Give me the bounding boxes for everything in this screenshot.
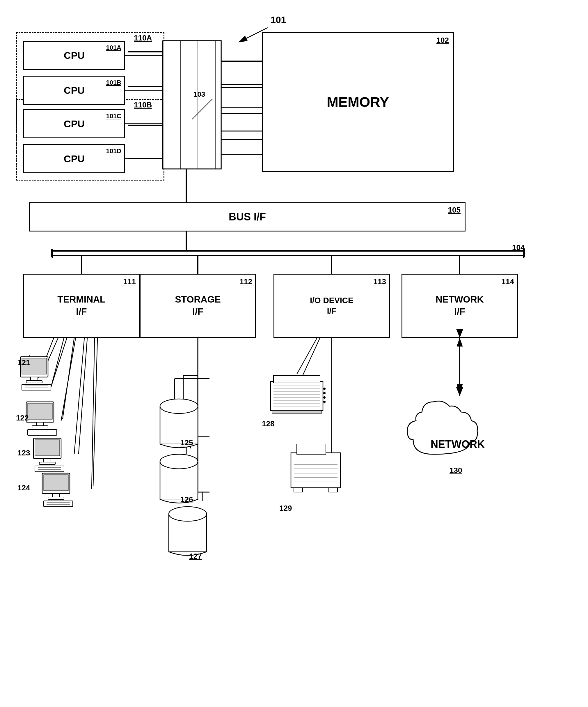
- svg-rect-89: [31, 377, 38, 380]
- svg-point-132: [323, 388, 326, 390]
- svg-point-135: [323, 401, 326, 403]
- network-130-label: 130: [449, 466, 462, 475]
- network-cloud-text: NETWORK: [431, 438, 485, 450]
- svg-rect-104: [39, 462, 55, 465]
- svg-rect-95: [28, 403, 52, 419]
- svg-rect-136: [291, 453, 340, 488]
- svg-line-70: [79, 338, 87, 454]
- svg-line-82: [297, 338, 317, 374]
- svg-line-69: [61, 338, 76, 421]
- svg-rect-123: [272, 411, 322, 413]
- svg-line-68: [51, 338, 67, 387]
- device-drawings: [0, 0, 588, 707]
- terminal-121-label: 121: [17, 358, 30, 367]
- terminal-123-label: 123: [17, 448, 30, 458]
- svg-rect-98: [28, 430, 57, 435]
- svg-rect-91: [22, 384, 51, 390]
- storage-125-label: 125: [180, 438, 193, 447]
- svg-rect-102: [35, 440, 60, 456]
- svg-rect-52: [163, 41, 221, 169]
- bus-103-ref-label: 103: [193, 90, 205, 98]
- terminal-122-label: 122: [16, 413, 29, 423]
- storage-127-label: 127: [189, 552, 201, 561]
- svg-rect-110: [52, 494, 60, 497]
- storage-126-label: 126: [180, 495, 193, 504]
- svg-rect-112: [44, 501, 73, 507]
- svg-point-133: [323, 392, 326, 394]
- terminal-124-label: 124: [17, 483, 30, 493]
- svg-rect-111: [48, 497, 64, 499]
- svg-rect-90: [26, 380, 42, 383]
- svg-rect-103: [44, 459, 51, 462]
- io-device-128-label: 128: [262, 419, 274, 428]
- svg-point-118: [160, 454, 198, 469]
- svg-line-71: [93, 338, 98, 486]
- svg-rect-105: [35, 466, 64, 472]
- svg-rect-109: [44, 475, 68, 491]
- svg-rect-145: [329, 488, 337, 492]
- svg-rect-144: [294, 488, 303, 492]
- io-device-129-label: 129: [279, 504, 292, 513]
- svg-rect-96: [36, 422, 44, 426]
- diagram: 101 110A 110B CPU 101A CPU 101B CPU 101C…: [0, 0, 588, 707]
- svg-point-134: [323, 396, 326, 399]
- svg-rect-97: [32, 426, 48, 428]
- svg-point-116: [160, 399, 198, 413]
- svg-point-120: [169, 507, 207, 521]
- svg-rect-137: [297, 444, 326, 454]
- svg-rect-122: [273, 376, 320, 383]
